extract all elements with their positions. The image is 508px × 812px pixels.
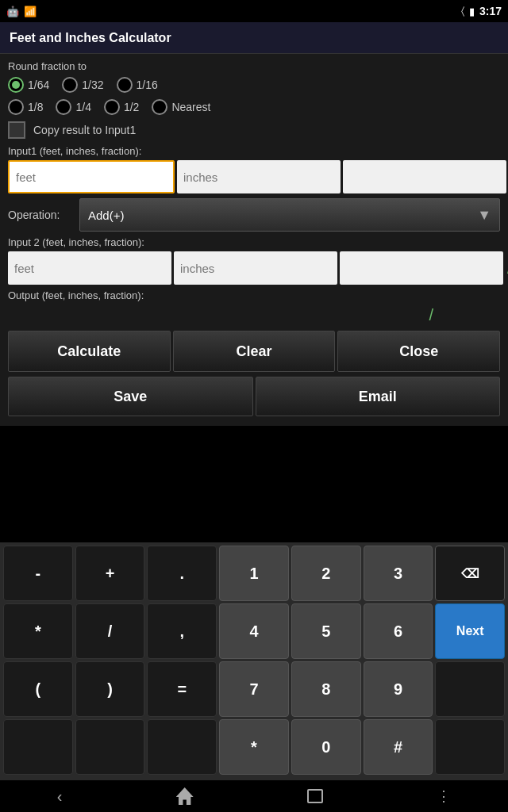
kbd-1[interactable]: 1 [219, 546, 289, 601]
operation-value: Add(+) [88, 209, 124, 222]
radio-1-32[interactable]: 1/32 [62, 77, 103, 93]
kbd-spacer-2 [3, 719, 73, 775]
radio-1-4[interactable]: 1/4 [56, 99, 90, 115]
radio-label-1-64: 1/64 [28, 79, 49, 91]
input2-inches[interactable] [174, 251, 337, 285]
kbd-0[interactable]: 0 [291, 719, 361, 775]
radio-nearest[interactable]: Nearest [152, 99, 210, 115]
input1-feet[interactable] [8, 160, 175, 193]
kbd-8[interactable]: 8 [291, 661, 361, 717]
kbd-spacer-1 [435, 661, 505, 717]
kbd-3[interactable]: 3 [364, 546, 433, 601]
app-title: Feet and Inches Calculator [10, 31, 171, 45]
input2-row: / [8, 251, 500, 285]
radio-label-1-8: 1/8 [28, 101, 43, 113]
radio-label-1-4: 1/4 [75, 101, 90, 113]
status-icons: 〈 ▮ 3:17 [461, 5, 502, 17]
operation-dropdown[interactable]: Add(+) ▼ [79, 198, 500, 232]
kbd-spacer-5 [435, 719, 505, 775]
radio-1-8[interactable]: 1/8 [8, 99, 43, 115]
battery-icon: ▮ [469, 6, 475, 17]
android-icon: 🤖 [6, 6, 19, 17]
input2-frac1[interactable] [340, 251, 503, 285]
kbd-close-paren[interactable]: ) [75, 661, 145, 717]
kbd-6[interactable]: 6 [364, 603, 433, 659]
calculate-button[interactable]: Calculate [8, 331, 171, 372]
email-button[interactable]: Email [256, 377, 501, 416]
kbd-7[interactable]: 7 [219, 661, 289, 717]
copy-result-checkbox[interactable] [8, 121, 25, 139]
input2-label: Input 2 (feet, inches, fraction): [8, 236, 500, 248]
kbd-2[interactable]: 2 [291, 546, 361, 601]
copy-result-label: Copy result to Input1 [33, 124, 136, 136]
kbd-4[interactable]: 4 [219, 603, 289, 659]
action-buttons-row: Calculate Clear Close [8, 331, 500, 372]
kbd-row-1: - + . 1 2 3 ⌫ [3, 546, 505, 601]
kbd-plus[interactable]: + [75, 546, 145, 601]
kbd-backspace[interactable]: ⌫ [435, 546, 505, 601]
round-fraction-label: Round fraction to [8, 60, 500, 72]
kbd-comma[interactable]: , [147, 603, 217, 659]
input1-label: Input1 (feet, inches, fraction): [8, 145, 500, 157]
radio-circle-1-8 [8, 99, 24, 115]
kbd-equals[interactable]: = [147, 661, 217, 717]
kbd-hash[interactable]: # [364, 719, 433, 775]
kbd-open-paren[interactable]: ( [3, 661, 73, 717]
kbd-row-4: * 0 # [3, 719, 505, 775]
kbd-dot[interactable]: . [147, 546, 217, 601]
kbd-5[interactable]: 5 [291, 603, 361, 659]
copy-result-row[interactable]: Copy result to Input1 [8, 121, 500, 139]
wifi-icon: 〈 [461, 5, 464, 17]
nav-recents-button[interactable] [307, 789, 323, 803]
kbd-9[interactable]: 9 [364, 661, 433, 717]
input1-inches[interactable] [177, 160, 341, 193]
radio-1-64[interactable]: 1/64 [8, 77, 49, 93]
notification-icons: 🤖 📶 [6, 6, 37, 17]
output-area: / [8, 304, 500, 326]
radio-row-2: 1/8 1/4 1/2 Nearest [8, 99, 500, 115]
radio-circle-1-64 [8, 77, 24, 93]
output-slash-icon: / [429, 306, 497, 324]
input1-frac1[interactable] [343, 160, 506, 193]
signal-icon: 📶 [24, 6, 37, 17]
radio-1-16[interactable]: 1/16 [117, 77, 158, 93]
output-label: Output (feet, inches, fraction): [8, 289, 500, 301]
radio-circle-nearest [152, 99, 167, 115]
main-content: Round fraction to 1/64 1/32 1/16 1/8 1/4… [0, 54, 508, 426]
kbd-spacer-4 [147, 719, 217, 775]
kbd-next[interactable]: Next [435, 603, 505, 659]
radio-label-nearest: Nearest [171, 101, 210, 113]
kbd-star[interactable]: * [219, 719, 289, 775]
nav-menu-button[interactable]: ⋮ [437, 787, 451, 805]
nav-back-button[interactable]: ‹ [57, 787, 63, 806]
kbd-multiply[interactable]: * [3, 603, 73, 659]
status-bar: 🤖 📶 〈 ▮ 3:17 [0, 0, 508, 22]
nav-bar: ‹ ⋮ [0, 780, 508, 812]
dropdown-arrow-icon: ▼ [477, 207, 491, 224]
radio-circle-1-2 [104, 99, 120, 115]
clear-button[interactable]: Clear [173, 331, 336, 372]
keyboard-area: - + . 1 2 3 ⌫ * / , 4 5 6 Next ( ) = 7 8… [0, 542, 508, 780]
input2-feet[interactable] [8, 251, 171, 285]
radio-circle-1-4 [56, 99, 71, 115]
nav-home-button[interactable] [176, 787, 194, 805]
kbd-minus[interactable]: - [3, 546, 73, 601]
radio-label-1-32: 1/32 [82, 79, 103, 91]
radio-row-1: 1/64 1/32 1/16 [8, 77, 500, 93]
input1-row: / [8, 160, 500, 193]
radio-1-2[interactable]: 1/2 [104, 99, 139, 115]
operation-row: Operation: Add(+) ▼ [8, 198, 500, 232]
kbd-divide[interactable]: / [75, 603, 145, 659]
save-email-row: Save Email [8, 377, 500, 416]
radio-label-1-16: 1/16 [137, 79, 158, 91]
kbd-row-2: * / , 4 5 6 Next [3, 603, 505, 659]
kbd-row-3: ( ) = 7 8 9 [3, 661, 505, 717]
save-button[interactable]: Save [8, 377, 253, 416]
time-display: 3:17 [479, 5, 502, 17]
radio-circle-1-16 [117, 77, 133, 93]
title-bar: Feet and Inches Calculator [0, 22, 508, 54]
radio-circle-1-32 [62, 77, 78, 93]
kbd-spacer-3 [75, 719, 145, 775]
radio-label-1-2: 1/2 [124, 101, 139, 113]
close-button[interactable]: Close [337, 331, 500, 372]
